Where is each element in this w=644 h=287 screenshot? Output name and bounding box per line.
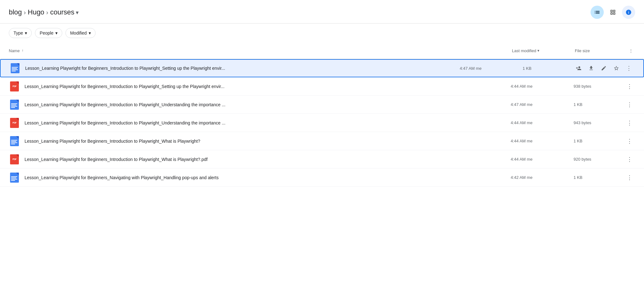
download-button[interactable] (586, 63, 597, 74)
breadcrumb-hugo[interactable]: Hugo (28, 8, 44, 16)
file-name: Lesson_Learning Playwright for Beginners… (25, 139, 511, 144)
star-button[interactable] (611, 63, 622, 74)
list-view-button[interactable] (591, 6, 604, 19)
breadcrumb: blog › Hugo › courses ▾ (9, 8, 82, 16)
chevron-down-icon[interactable]: ▾ (76, 9, 82, 15)
more-vert-icon: ⋮ (627, 138, 632, 145)
file-modified: 4:44 AM me (511, 120, 574, 125)
doc-file-icon (9, 63, 21, 74)
col-modified-label: Last modified (512, 48, 536, 53)
modified-filter-button[interactable]: Modified ▾ (65, 28, 96, 38)
download-icon (588, 65, 594, 71)
breadcrumb-blog[interactable]: blog (9, 8, 22, 16)
more-vert-icon: ⋮ (627, 156, 632, 163)
file-size: 920 bytes (574, 157, 624, 162)
breadcrumb-sep-2: › (46, 9, 48, 16)
file-size: 1 KB (523, 66, 573, 71)
more-vert-icon: ⋮ (627, 83, 632, 90)
file-name: Lesson_Learning Playwright for Beginners… (25, 157, 511, 162)
file-size: 1 KB (574, 102, 624, 107)
col-name-label: Name (9, 48, 20, 53)
row-actions: ⋮ (624, 172, 635, 183)
table-row[interactable]: Lesson_Learning Playwright for Beginners… (0, 132, 644, 150)
file-modified: 4:47 AM me (511, 102, 574, 107)
file-modified: 4:42 AM me (511, 175, 574, 180)
header-actions (591, 6, 635, 19)
col-actions-header: ⋮ (625, 45, 635, 56)
file-name: Lesson_Learning Playwright for Beginners… (25, 84, 511, 89)
more-options-button[interactable]: ⋮ (624, 81, 635, 92)
edit-button[interactable] (598, 63, 609, 74)
more-options-button[interactable]: ⋮ (624, 135, 635, 147)
file-list: Lesson_Learning Playwright for Beginners… (0, 59, 644, 187)
file-modified: 4:44 AM me (511, 139, 574, 143)
pdf-file-icon: PDF (9, 154, 20, 165)
breadcrumb-current-label: courses (50, 8, 75, 16)
row-actions: ⋮ (573, 63, 635, 74)
table-row[interactable]: PDF Lesson_Learning Playwright for Begin… (0, 150, 644, 168)
more-vert-icon: ⋮ (627, 174, 632, 181)
file-size: 938 bytes (574, 84, 624, 89)
people-filter-button[interactable]: People ▾ (35, 28, 62, 38)
col-modified-header[interactable]: Last modified ▾ (512, 48, 575, 53)
col-size-header: File size (575, 48, 625, 53)
grid-view-button[interactable] (606, 6, 619, 19)
breadcrumb-sep-1: › (24, 9, 26, 16)
more-vert-icon: ⋮ (627, 119, 632, 126)
type-filter-label: Type (14, 30, 23, 36)
header-more-icon: ⋮ (629, 48, 633, 53)
row-actions: ⋮ (624, 154, 635, 165)
modified-chevron-icon: ▾ (89, 30, 91, 36)
add-person-button[interactable] (573, 63, 584, 74)
table-row[interactable]: Lesson_Learning Playwright for Beginners… (0, 168, 644, 187)
file-name: Lesson_Learning Playwright for Beginners… (25, 102, 511, 107)
pdf-file-icon: PDF (9, 81, 20, 92)
more-options-button[interactable]: ⋮ (624, 117, 635, 129)
add-person-icon (576, 65, 581, 71)
table-row[interactable]: PDF Lesson_Learning Playwright for Begin… (0, 77, 644, 96)
row-actions: ⋮ (624, 81, 635, 92)
type-chevron-icon: ▾ (25, 30, 27, 36)
more-options-button[interactable]: ⋮ (623, 63, 635, 74)
info-button[interactable] (622, 6, 635, 19)
doc-file-icon (9, 172, 20, 183)
grid-view-icon (610, 9, 616, 15)
filter-bar: Type ▾ People ▾ Modified ▾ (0, 24, 644, 42)
type-filter-button[interactable]: Type ▾ (9, 28, 32, 38)
people-filter-label: People (40, 30, 53, 36)
col-name-header[interactable]: Name ↑ (9, 48, 512, 53)
info-icon (625, 9, 632, 15)
file-name: Lesson_Learning Playwright for Beginners… (25, 66, 460, 71)
row-actions: ⋮ (624, 117, 635, 129)
table-row[interactable]: Lesson_Learning Playwright for Beginners… (0, 96, 644, 114)
list-view-icon (594, 9, 600, 15)
more-options-button[interactable]: ⋮ (624, 99, 635, 110)
table-row[interactable]: Lesson_Learning Playwright for Beginners… (0, 59, 644, 77)
star-icon (613, 65, 619, 71)
row-actions: ⋮ (624, 135, 635, 147)
more-options-button[interactable]: ⋮ (624, 172, 635, 183)
file-size: 1 KB (574, 175, 624, 180)
breadcrumb-courses[interactable]: courses ▾ (50, 8, 82, 16)
more-vert-icon: ⋮ (627, 101, 632, 108)
people-chevron-icon: ▾ (55, 30, 58, 36)
pdf-file-icon: PDF (9, 117, 20, 129)
file-modified: 4:47 AM me (460, 66, 523, 71)
doc-file-icon (9, 135, 20, 147)
file-name: Lesson_Learning Playwright for Beginners… (25, 175, 511, 180)
table-header: Name ↑ Last modified ▾ File size ⋮ (0, 42, 644, 59)
header-more-button[interactable]: ⋮ (625, 45, 636, 56)
doc-file-icon (9, 99, 20, 110)
file-name: Lesson_Learning Playwright for Beginners… (25, 120, 511, 125)
col-size-label: File size (575, 48, 590, 53)
modified-filter-label: Modified (70, 30, 87, 36)
app-container: blog › Hugo › courses ▾ (0, 0, 644, 187)
header: blog › Hugo › courses ▾ (0, 0, 644, 24)
file-size: 943 bytes (574, 120, 624, 125)
file-size: 1 KB (574, 139, 624, 143)
sort-down-icon: ▾ (537, 48, 539, 53)
more-vert-icon: ⋮ (626, 65, 632, 72)
edit-icon (601, 65, 607, 71)
more-options-button[interactable]: ⋮ (624, 154, 635, 165)
table-row[interactable]: PDF Lesson_Learning Playwright for Begin… (0, 114, 644, 132)
